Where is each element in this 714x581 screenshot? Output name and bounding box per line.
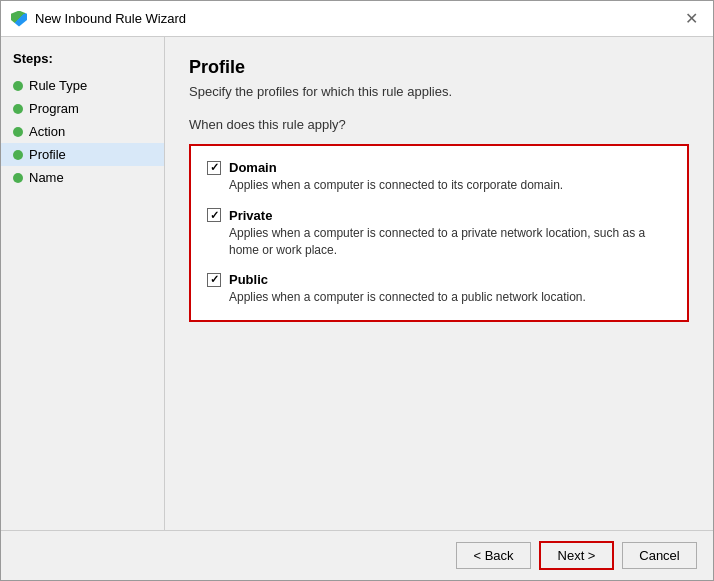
step-indicator [13, 150, 23, 160]
options-box: Domain Applies when a computer is connec… [189, 144, 689, 322]
window-title: New Inbound Rule Wizard [35, 11, 186, 26]
page-title: Profile [189, 57, 689, 78]
public-checkbox[interactable] [207, 273, 221, 287]
back-button[interactable]: < Back [456, 542, 531, 569]
sidebar-item-action[interactable]: Action [1, 120, 164, 143]
option-private-row: Private [207, 208, 671, 223]
private-description: Applies when a computer is connected to … [229, 225, 671, 259]
step-indicator [13, 173, 23, 183]
private-checkbox[interactable] [207, 208, 221, 222]
sidebar-item-label: Profile [29, 147, 66, 162]
option-public: Public Applies when a computer is connec… [207, 272, 671, 306]
domain-description: Applies when a computer is connected to … [229, 177, 671, 194]
step-indicator [13, 127, 23, 137]
sidebar-item-label: Program [29, 101, 79, 116]
sidebar-item-name[interactable]: Name [1, 166, 164, 189]
sidebar-item-profile[interactable]: Profile [1, 143, 164, 166]
public-label: Public [229, 272, 268, 287]
option-public-row: Public [207, 272, 671, 287]
sidebar-item-label: Name [29, 170, 64, 185]
option-domain: Domain Applies when a computer is connec… [207, 160, 671, 194]
app-icon [11, 11, 27, 27]
page-subtitle: Specify the profiles for which this rule… [189, 84, 689, 99]
cancel-button[interactable]: Cancel [622, 542, 697, 569]
close-button[interactable]: ✕ [679, 7, 703, 31]
sidebar-item-label: Rule Type [29, 78, 87, 93]
title-bar-left: New Inbound Rule Wizard [11, 11, 186, 27]
next-button[interactable]: Next > [539, 541, 614, 570]
sidebar-item-label: Action [29, 124, 65, 139]
sidebar-item-program[interactable]: Program [1, 97, 164, 120]
option-domain-row: Domain [207, 160, 671, 175]
private-label: Private [229, 208, 272, 223]
wizard-window: New Inbound Rule Wizard ✕ Steps: Rule Ty… [0, 0, 714, 581]
section-question: When does this rule apply? [189, 117, 689, 132]
public-description: Applies when a computer is connected to … [229, 289, 671, 306]
step-indicator [13, 81, 23, 91]
main-panel: Profile Specify the profiles for which t… [165, 37, 713, 530]
option-private: Private Applies when a computer is conne… [207, 208, 671, 259]
sidebar: Steps: Rule Type Program Action Profile … [1, 37, 165, 530]
sidebar-item-rule-type[interactable]: Rule Type [1, 74, 164, 97]
step-indicator [13, 104, 23, 114]
content-area: Steps: Rule Type Program Action Profile … [1, 37, 713, 530]
title-bar: New Inbound Rule Wizard ✕ [1, 1, 713, 37]
steps-label: Steps: [1, 47, 164, 74]
domain-checkbox[interactable] [207, 161, 221, 175]
domain-label: Domain [229, 160, 277, 175]
footer: < Back Next > Cancel [1, 530, 713, 580]
